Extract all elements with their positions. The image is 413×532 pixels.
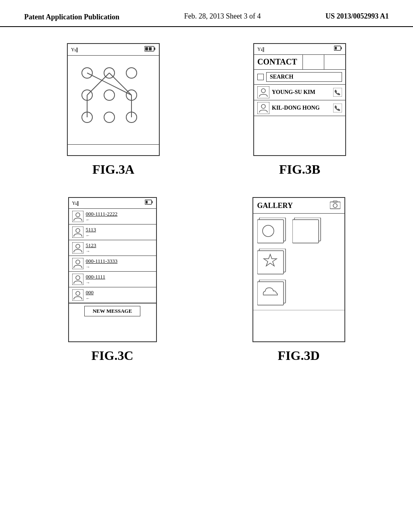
contact-row-2[interactable]: KIL-DONG HONG bbox=[254, 100, 345, 116]
fig3c-column: Y₁‖ bbox=[68, 197, 157, 375]
message-arrow-4: → bbox=[86, 264, 153, 269]
fig3a-status-bar: Y₁‖ bbox=[68, 44, 159, 56]
phone-call-icon-2[interactable] bbox=[333, 104, 342, 112]
publication-date: Feb. 28, 2013 Sheet 3 of 4 bbox=[184, 12, 261, 21]
message-arrow-5: → bbox=[86, 280, 153, 285]
message-row-3[interactable]: 5123 → bbox=[69, 240, 156, 256]
contact-tab-1[interactable] bbox=[303, 55, 324, 69]
svg-point-35 bbox=[76, 244, 80, 248]
svg-point-31 bbox=[76, 213, 80, 217]
search-checkbox[interactable] bbox=[257, 74, 264, 80]
fig3a-bottom-bar bbox=[68, 144, 159, 152]
svg-point-15 bbox=[82, 112, 92, 123]
fig3d-label: FIG.3D bbox=[278, 348, 320, 363]
gallery-item-1[interactable] bbox=[257, 218, 288, 244]
fig3b-column: Y₁‖ CONTACT bbox=[253, 43, 346, 189]
person-icon-msg-3 bbox=[72, 242, 83, 254]
bottom-figures-row: Y₁‖ bbox=[20, 197, 393, 375]
message-arrow-3: → bbox=[86, 249, 153, 254]
message-info-6: 000 ← bbox=[86, 289, 153, 301]
pattern-dot-bl[interactable] bbox=[81, 111, 93, 125]
gallery-item-3[interactable] bbox=[257, 249, 288, 275]
svg-rect-49 bbox=[292, 220, 319, 243]
svg-rect-28 bbox=[152, 201, 153, 203]
svg-point-22 bbox=[261, 89, 265, 93]
gallery-row-1 bbox=[257, 218, 340, 244]
svg-rect-19 bbox=[341, 47, 342, 49]
pattern-dot-bm[interactable] bbox=[103, 111, 115, 125]
svg-rect-1 bbox=[154, 48, 155, 50]
person-icon-msg-5 bbox=[72, 274, 83, 285]
svg-point-11 bbox=[126, 68, 137, 78]
svg-point-41 bbox=[76, 291, 80, 295]
message-number-6: 000 bbox=[86, 289, 153, 296]
svg-point-25 bbox=[261, 104, 265, 108]
contact-header-row: CONTACT bbox=[254, 55, 345, 70]
svg-rect-23 bbox=[333, 88, 342, 97]
svg-point-43 bbox=[333, 204, 337, 208]
fig3c-label: FIG.3C bbox=[92, 348, 133, 363]
contact-name-1: YOUNG-SU KIM bbox=[272, 89, 331, 96]
fig3b-label: FIG.3B bbox=[279, 162, 320, 177]
person-icon-msg-2 bbox=[72, 227, 83, 238]
pattern-dot-br[interactable] bbox=[125, 111, 138, 125]
fig3b-status-bar: Y₁‖ bbox=[254, 44, 345, 55]
gallery-content bbox=[253, 214, 344, 310]
svg-rect-46 bbox=[257, 220, 284, 243]
gallery-row-3 bbox=[257, 280, 340, 306]
message-arrow-2: ← bbox=[86, 233, 153, 238]
person-icon-msg-1 bbox=[72, 211, 83, 222]
pattern-dot-ml[interactable] bbox=[81, 89, 93, 103]
message-row-5[interactable]: 000-1111 → bbox=[69, 272, 156, 287]
fig3a-column: Y₁‖ bbox=[67, 43, 160, 189]
new-message-button[interactable]: NEW MESSAGE bbox=[84, 306, 141, 316]
pattern-dot-tr[interactable] bbox=[125, 67, 138, 81]
patent-number: US 2013/0052993 A1 bbox=[325, 12, 389, 21]
gallery-item-2[interactable] bbox=[292, 218, 323, 244]
search-row: SEARCH bbox=[254, 70, 345, 85]
message-info-1: 000-1111-2222 ← bbox=[86, 211, 153, 222]
message-row-1[interactable]: 000-1111-2222 ← bbox=[69, 209, 156, 224]
pattern-dot-tl[interactable] bbox=[81, 67, 93, 81]
fig3d-column: GALLERY bbox=[252, 197, 345, 375]
message-row-2[interactable]: 5113 ← bbox=[69, 224, 156, 240]
pattern-lock-area bbox=[68, 56, 159, 144]
contact-row-1[interactable]: YOUNG-SU KIM bbox=[254, 85, 345, 100]
camera-icon[interactable] bbox=[330, 200, 340, 211]
contact-empty-area bbox=[254, 116, 345, 156]
phone-call-icon-1[interactable] bbox=[333, 88, 342, 97]
message-info-5: 000-1111 → bbox=[86, 274, 153, 285]
pattern-dot-tm[interactable] bbox=[103, 67, 115, 81]
message-row-4[interactable]: 000-1111-3333 → bbox=[69, 256, 156, 272]
search-box[interactable]: SEARCH bbox=[266, 72, 342, 82]
person-icon-msg-6 bbox=[72, 289, 83, 301]
svg-point-14 bbox=[126, 90, 137, 100]
message-info-3: 5123 → bbox=[86, 242, 153, 254]
svg-point-10 bbox=[104, 68, 115, 78]
fig3c-phone: Y₁‖ bbox=[68, 197, 157, 342]
contact-title: CONTACT bbox=[254, 55, 303, 69]
pattern-dot-mm[interactable] bbox=[103, 89, 115, 103]
fig3b-phone: Y₁‖ CONTACT bbox=[253, 43, 346, 156]
svg-point-12 bbox=[82, 90, 92, 100]
svg-rect-26 bbox=[333, 104, 342, 112]
fig3a-phone: Y₁‖ bbox=[67, 43, 160, 156]
battery-icon-3b bbox=[334, 46, 342, 53]
message-arrow-1: ← bbox=[86, 217, 153, 222]
fig3d-phone: GALLERY bbox=[252, 197, 345, 342]
fig3a-label: FIG.3A bbox=[92, 162, 134, 177]
person-icon-msg-4 bbox=[72, 258, 83, 269]
svg-point-39 bbox=[76, 276, 80, 280]
pattern-dot-mr[interactable] bbox=[125, 89, 138, 103]
contact-tab-2[interactable] bbox=[324, 55, 345, 69]
page-header: Patent Application Publication Feb. 28, … bbox=[0, 0, 413, 27]
svg-point-17 bbox=[126, 112, 137, 123]
message-number-2: 5113 bbox=[86, 227, 153, 233]
svg-point-9 bbox=[82, 68, 92, 78]
battery-icon-3c bbox=[145, 200, 153, 207]
gallery-item-4[interactable] bbox=[257, 280, 288, 306]
message-number-3: 5123 bbox=[86, 242, 153, 249]
fig3c-status-bar: Y₁‖ bbox=[69, 198, 156, 209]
message-row-6[interactable]: 000 ← bbox=[69, 287, 156, 303]
svg-rect-20 bbox=[335, 47, 337, 50]
